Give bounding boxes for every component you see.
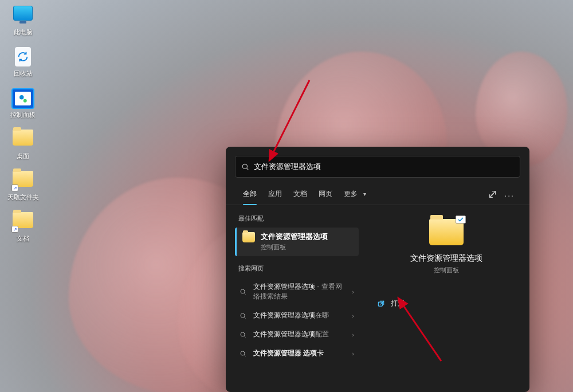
desktop-icon-label: 此电脑 bbox=[6, 28, 40, 37]
desktop-icon-folder-tianqi[interactable]: ↗ 天取文件夹 bbox=[6, 171, 40, 202]
search-input[interactable] bbox=[254, 163, 514, 171]
suggestion-text: 文件资源管理器选项 - 查看网络搜索结果 bbox=[253, 282, 345, 301]
web-suggestion[interactable]: 文件资源管理器 选项卡 › bbox=[235, 344, 359, 363]
search-tabs: 全部 应用 文档 网页 更多 ▾ ··· bbox=[226, 182, 529, 205]
section-best-match: 最佳匹配 bbox=[238, 214, 355, 223]
web-suggestion[interactable]: 文件资源管理器选项 - 查看网络搜索结果 › bbox=[235, 277, 359, 306]
folder-options-icon bbox=[429, 219, 464, 245]
section-web: 搜索网页 bbox=[238, 264, 355, 273]
suggestion-text: 文件资源管理器 选项卡 bbox=[253, 348, 345, 358]
checkmark-icon bbox=[456, 215, 466, 224]
svg-point-1 bbox=[23, 99, 27, 103]
tab-all[interactable]: 全部 bbox=[237, 186, 262, 205]
folder-icon: ↗ bbox=[11, 171, 34, 191]
svg-line-5 bbox=[244, 293, 245, 294]
svg-point-2 bbox=[242, 164, 247, 168]
folder-icon bbox=[242, 232, 255, 242]
desktop-icon-folder-docs[interactable]: ↗ 文档 bbox=[6, 212, 40, 243]
chevron-right-icon: › bbox=[352, 312, 354, 319]
chevron-right-icon: › bbox=[352, 331, 354, 338]
search-panel: 全部 应用 文档 网页 更多 ▾ ··· 最佳匹配 文件资源管理器选项 控制面板… bbox=[226, 147, 529, 392]
folder-icon bbox=[11, 130, 34, 150]
desktop-icon-label: 回收站 bbox=[6, 69, 40, 78]
search-input-container[interactable] bbox=[235, 156, 520, 178]
desktop-icon-control-panel[interactable]: 控制面板 bbox=[6, 88, 40, 119]
web-suggestion[interactable]: 文件资源管理器选项在哪 › bbox=[235, 306, 359, 325]
best-match-subtitle: 控制面板 bbox=[261, 243, 328, 252]
svg-line-3 bbox=[247, 168, 249, 170]
desktop-icon-grid: 此电脑 回收站 控制面板 桌面 ↗ 天取文件夹 bbox=[6, 6, 52, 253]
tab-docs[interactable]: 文档 bbox=[288, 186, 313, 205]
svg-point-8 bbox=[241, 332, 245, 336]
desktop-icon-recycle-bin[interactable]: 回收站 bbox=[6, 47, 40, 78]
preview-column: 文件资源管理器选项 控制面板 打开 bbox=[363, 205, 529, 370]
desktop-icon-label: 天取文件夹 bbox=[6, 193, 40, 202]
search-icon bbox=[240, 312, 246, 319]
results-column: 最佳匹配 文件资源管理器选项 控制面板 搜索网页 文件资源管理器选项 - 查看网… bbox=[226, 205, 363, 370]
open-action[interactable]: 打开 bbox=[375, 295, 518, 312]
search-icon bbox=[240, 350, 246, 357]
recycle-icon bbox=[11, 47, 34, 68]
svg-point-6 bbox=[241, 313, 245, 317]
search-icon bbox=[240, 288, 246, 295]
suggestion-text: 文件资源管理器选项配置 bbox=[253, 330, 345, 339]
shortcut-arrow-icon: ↗ bbox=[11, 226, 18, 233]
svg-line-11 bbox=[244, 355, 245, 356]
tab-apps[interactable]: 应用 bbox=[262, 186, 288, 205]
best-match-result[interactable]: 文件资源管理器选项 控制面板 bbox=[235, 228, 359, 256]
search-icon bbox=[241, 163, 249, 171]
svg-point-10 bbox=[241, 351, 245, 355]
chevron-right-icon: › bbox=[352, 288, 354, 295]
desktop-icon-this-pc[interactable]: 此电脑 bbox=[6, 6, 40, 37]
chevron-right-icon: › bbox=[352, 350, 354, 357]
svg-point-4 bbox=[241, 289, 245, 293]
svg-point-0 bbox=[19, 95, 24, 100]
svg-line-7 bbox=[244, 317, 245, 318]
control-panel-icon bbox=[11, 88, 34, 109]
suggestion-text: 文件资源管理器选项在哪 bbox=[253, 311, 345, 320]
preview-subtitle: 控制面板 bbox=[434, 266, 459, 275]
open-icon bbox=[377, 300, 385, 308]
preview-title: 文件资源管理器选项 bbox=[410, 253, 482, 264]
pc-icon bbox=[11, 6, 34, 26]
svg-line-9 bbox=[244, 336, 245, 337]
desktop-icon-label: 文档 bbox=[6, 234, 40, 243]
search-icon bbox=[240, 331, 246, 338]
desktop-icon-label: 控制面板 bbox=[6, 111, 40, 119]
web-suggestion[interactable]: 文件资源管理器选项配置 › bbox=[235, 325, 359, 344]
tab-more[interactable]: 更多 bbox=[338, 186, 363, 205]
shortcut-arrow-icon: ↗ bbox=[11, 185, 18, 191]
tab-web[interactable]: 网页 bbox=[313, 186, 338, 205]
sync-icon[interactable] bbox=[485, 187, 501, 203]
open-label: 打开 bbox=[391, 299, 405, 308]
more-icon[interactable]: ··· bbox=[501, 189, 518, 202]
desktop-icon-folder-desktop[interactable]: 桌面 bbox=[6, 130, 40, 160]
desktop-icon-label: 桌面 bbox=[6, 152, 40, 160]
folder-icon: ↗ bbox=[11, 212, 34, 233]
best-match-title: 文件资源管理器选项 bbox=[261, 232, 328, 242]
